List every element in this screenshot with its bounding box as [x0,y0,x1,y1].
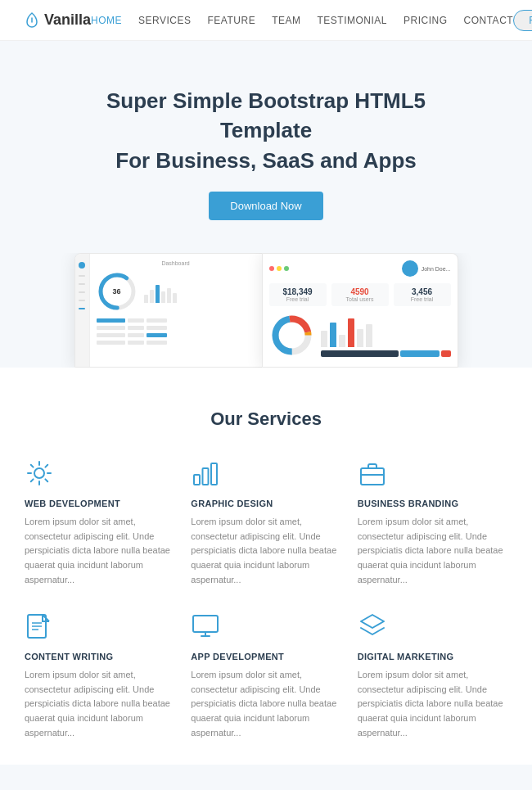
svg-rect-10 [361,468,384,485]
service-content-title: CONTENT WRITING [25,652,174,661]
mockup-left-panel: Dashboard 36 [74,253,263,368]
service-content-text: Lorem ipsum dolor sit amet, consectetur … [25,668,174,740]
nav-pricing[interactable]: PRICING [404,15,448,26]
service-graphic-title: GRAPHIC DESIGN [191,499,340,508]
bar-chart-icon [191,458,220,488]
logo-icon [25,11,39,29]
logo-text: Vanilla [44,11,91,29]
donut-chart [269,313,314,358]
svg-rect-7 [194,475,200,485]
svg-rect-16 [193,616,218,632]
hero-title: Super Simple Bootstrap HTML5 TemplateFor… [61,86,471,175]
service-digital-text: Lorem ipsum dolor sit amet, consectetur … [358,668,507,740]
service-web-development: WEB DEVELOPMENT Lorem ipsum dolor sit am… [25,458,174,587]
gear-icon [25,458,54,488]
service-content-writing: CONTENT WRITING Lorem ipsum dolor sit am… [25,612,174,740]
service-digital-title: DIGITAL MARKETING [358,652,507,661]
feature-section: Learn More About Us Bootstrap 4 Lorem ip… [0,765,532,790]
logo[interactable]: Vanilla [25,11,91,29]
nav-home[interactable]: HOME [91,15,122,26]
mockup-right-panel: John Doe... $18,349 Free trial 4590 Tota… [262,253,458,368]
faq-button[interactable]: FAQ [513,10,532,31]
service-app-development: APP DEVELOPMENT Lorem ipsum dolor sit am… [191,612,340,740]
nav-feature[interactable]: FEATURE [208,15,256,26]
hero-section: Super Simple Bootstrap HTML5 TemplateFor… [0,41,532,368]
services-grid: WEB DEVELOPMENT Lorem ipsum dolor sit am… [25,458,507,740]
navbar: Vanilla HOME SERVICES FEATURE TEAM TESTI… [0,0,532,41]
briefcase-icon [358,458,387,488]
hero-mockup: Dashboard 36 [25,253,507,368]
service-digital-marketing: DIGITAL MARKETING Lorem ipsum dolor sit … [358,612,507,740]
monitor-icon [191,612,220,641]
gauge-value: 36 [112,287,120,296]
nav-links: HOME SERVICES FEATURE TEAM TESTIMONIAL P… [91,15,513,26]
svg-point-6 [34,468,44,478]
download-button[interactable]: Download Now [209,192,322,220]
nav-contact[interactable]: CONTACT [464,15,514,26]
service-app-title: APP DEVELOPMENT [191,652,340,661]
service-branding-text: Lorem ipsum dolor sit amet, consectetur … [358,515,507,587]
svg-rect-9 [211,463,217,485]
service-graphic-text: Lorem ipsum dolor sit amet, consectetur … [191,515,340,587]
svg-rect-8 [203,468,209,485]
services-section: Our Services WEB DEVELOPMENT Lorem ipsum… [0,368,532,765]
service-web-text: Lorem ipsum dolor sit amet, consectetur … [25,515,174,587]
nav-testimonial[interactable]: TESTIMONIAL [317,15,387,26]
service-branding-title: BUSINESS BRANDING [358,499,507,508]
nav-services[interactable]: SERVICES [138,15,191,26]
service-graphic-design: GRAPHIC DESIGN Lorem ipsum dolor sit ame… [191,458,340,587]
edit-icon [25,612,54,641]
service-web-title: WEB DEVELOPMENT [25,499,174,508]
service-business-branding: BUSINESS BRANDING Lorem ipsum dolor sit … [358,458,507,587]
service-app-text: Lorem ipsum dolor sit amet, consectetur … [191,668,340,740]
nav-team[interactable]: TEAM [272,15,300,26]
layers-icon [358,612,387,641]
services-title: Our Services [25,409,507,430]
